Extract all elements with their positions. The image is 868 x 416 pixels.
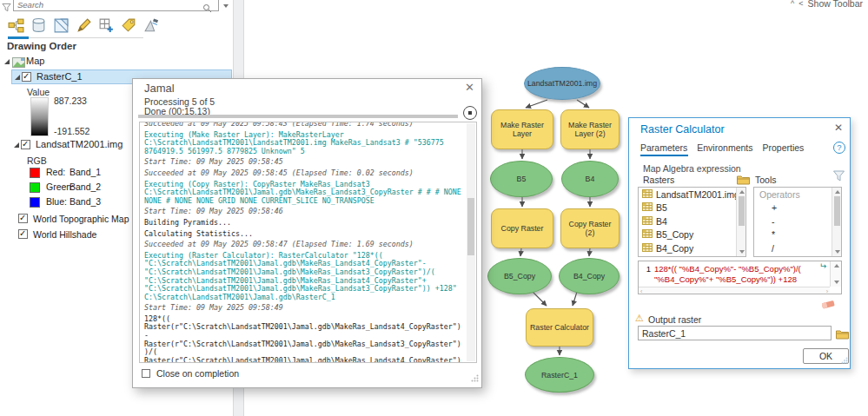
basemap-label: World Hillshade (33, 229, 96, 240)
scroll-up-icon[interactable] (739, 190, 745, 194)
layer-visibility-checkbox[interactable] (22, 72, 31, 82)
expression-editor[interactable]: 1 128*(( "%B4_Copy%"- "%B5_Copy%")/( "%B… (638, 261, 842, 294)
model-node-mrl2[interactable]: Make Raster Layer (2) (560, 109, 620, 149)
log-line: Executing (Raster Calculator): RasterCal… (144, 252, 464, 302)
map-algebra-label: Map Algebra expression (643, 163, 741, 174)
scrollbar-thumb[interactable] (834, 196, 840, 226)
tab-properties[interactable]: Properties (762, 142, 804, 153)
log-line: Executing (Make Raster Layer): MakeRaste… (144, 131, 464, 156)
raster-icon (642, 255, 653, 257)
raster-list-item[interactable]: B4_Copy (639, 241, 745, 255)
expression-text[interactable]: 128*(( "%B4_Copy%"- "%B5_Copy%")/( "%B4_… (654, 264, 815, 285)
expand-triangle-icon[interactable] (14, 142, 19, 148)
close-on-completion-checkbox[interactable] (142, 369, 150, 378)
operator-item[interactable]: + (754, 201, 841, 215)
model-node-mrl1[interactable]: Make Raster Layer (491, 109, 553, 149)
model-node-cr1[interactable]: Copy Raster (491, 208, 553, 248)
output-raster-input[interactable] (638, 326, 832, 340)
scroll-left-icon[interactable]: ‹ (640, 288, 642, 294)
raster-list-item[interactable]: B5_Copy (639, 228, 745, 242)
rasters-list[interactable]: LandsatTM2001.imgB5B4B5_CopyB4_Copy (638, 187, 746, 257)
log-line: Succeeded at 09 May 2025 09:58:45 (Elaps… (144, 169, 464, 178)
raster-calculator-panel: Raster Calculator ✕ ParametersEnvironmen… (628, 117, 851, 369)
resize-grip-icon[interactable] (841, 352, 848, 367)
scroll-down-icon[interactable] (739, 250, 745, 254)
help-icon[interactable]: ? (833, 142, 845, 154)
close-on-completion-label: Close on completion (156, 368, 239, 379)
model-node-b5c[interactable]: B5_Copy (487, 258, 552, 294)
landsat-layer-label: LandsatTM2001.img (36, 139, 123, 149)
scroll-right-icon[interactable]: › (826, 288, 828, 294)
tools-group-label: Operators (754, 188, 841, 201)
operator-item[interactable]: * (754, 228, 841, 242)
filter-funnel-icon[interactable] (832, 170, 845, 186)
show-toolbar-button[interactable]: ^ < Show Toolbar (791, 0, 863, 9)
raster-icon (642, 201, 653, 214)
tools-scrollbar[interactable] (832, 188, 841, 256)
layer-visibility-checkbox[interactable] (21, 140, 30, 149)
eraser-icon[interactable] (821, 298, 836, 314)
tab-parameters[interactable]: Parameters (640, 142, 687, 153)
browse-output-folder-icon[interactable] (836, 327, 849, 343)
raster-list-item[interactable]: B5 (639, 201, 745, 215)
drawing-order-icon[interactable] (7, 17, 25, 35)
close-icon[interactable]: ✕ (465, 81, 474, 94)
raster-icon (642, 188, 653, 201)
search-icon[interactable] (202, 1, 212, 17)
layer-visibility-checkbox[interactable] (18, 214, 28, 223)
operator-item[interactable]: - (754, 215, 841, 228)
rasters-label: Rasters (643, 175, 674, 185)
filter-icon[interactable] (2, 1, 11, 17)
model-node-rout[interactable]: RasterC_1 (525, 357, 594, 393)
snapping-grid-icon[interactable] (97, 17, 116, 35)
operator-item[interactable]: / (754, 241, 841, 255)
scroll-up-icon[interactable] (835, 190, 840, 194)
model-node-cr2[interactable]: Copy Raster (2) (560, 208, 620, 248)
raster-list-item[interactable]: B4 (639, 215, 745, 228)
scrollbar-thumb[interactable] (467, 198, 474, 255)
tree-item-map[interactable]: Map (0, 54, 233, 69)
model-node-b4c[interactable]: B4_Copy (559, 258, 620, 294)
tab-environments[interactable]: Environments (697, 142, 752, 153)
labeling-tag-icon[interactable] (120, 17, 138, 35)
model-node-rcalc[interactable]: Raster Calculator (526, 308, 593, 347)
model-node-landsat[interactable]: LandsatTM2001.img (524, 67, 600, 100)
chevron-left-icon: < (798, 0, 803, 8)
log-line: Succeeded at 09 May 2025 09:58:43 (Elaps… (144, 122, 464, 129)
scroll-down-icon[interactable] (834, 281, 839, 284)
band-name-label: Band_2 (70, 182, 101, 192)
chevron-down-icon[interactable] (223, 4, 229, 8)
active-tab-underline (640, 155, 688, 156)
expression-hscrollbar[interactable]: ‹ › (639, 287, 830, 294)
log-box[interactable]: Succeeded at 09 May 2025 09:58:43 (Elaps… (139, 122, 477, 363)
data-source-icon[interactable] (30, 17, 48, 35)
resize-grip-icon[interactable] (471, 370, 479, 386)
selection-icon[interactable] (52, 17, 70, 35)
close-icon[interactable]: ✕ (834, 122, 843, 134)
model-node-b5[interactable]: B5 (490, 161, 553, 197)
search-input[interactable] (13, 0, 219, 11)
editing-pencil-icon[interactable] (75, 17, 93, 35)
scroll-up-icon[interactable] (834, 264, 839, 267)
log-scrollbar[interactable] (467, 123, 475, 361)
layer-visibility-checkbox[interactable] (18, 229, 28, 239)
imagery-icon[interactable] (142, 17, 161, 35)
model-node-b4[interactable]: B4 (561, 161, 619, 197)
band-name-label: Band_1 (70, 167, 101, 177)
raster-list-item[interactable]: LandsatTM2001.img (639, 188, 745, 201)
scrollbar-thumb[interactable] (739, 196, 745, 226)
output-raster-label: Output raster (648, 314, 701, 325)
caret-up-icon: ^ (791, 0, 794, 8)
log-line: 128*(( Raster(r"C:\Scratch\LandsatTM2001… (144, 315, 464, 363)
grayscale-ramp (30, 97, 49, 136)
raster-list-item-partial[interactable] (639, 255, 745, 258)
scroll-down-icon[interactable] (835, 250, 840, 254)
band-color-swatch (30, 168, 40, 178)
stop-button[interactable] (463, 106, 477, 120)
expression-vscrollbar[interactable] (830, 261, 841, 287)
raster-icon (642, 242, 653, 254)
expand-triangle-icon[interactable] (4, 59, 10, 64)
expand-triangle-icon[interactable] (15, 75, 20, 80)
tools-list[interactable]: Operators+-*/ (753, 187, 842, 257)
rasters-scrollbar[interactable] (736, 188, 745, 256)
